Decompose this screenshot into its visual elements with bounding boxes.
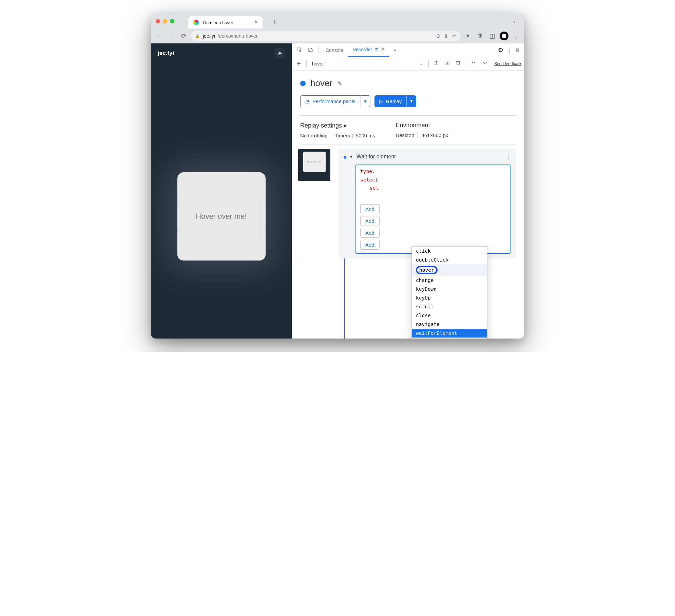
new-tab-button[interactable]: + — [270, 17, 279, 27]
dropdown-item-keyup[interactable]: keyUp — [412, 293, 487, 302]
device-toolbar-icon[interactable] — [305, 47, 316, 53]
dropdown-item-close[interactable]: close — [412, 311, 487, 320]
gauge-icon: ◔ — [305, 98, 310, 104]
dropdown-item-waitforelement[interactable]: waitForElement — [412, 329, 487, 338]
type-dropdown: click doubleClick hover change keyDown k… — [411, 246, 487, 339]
flask-icon: ⚗ — [374, 47, 379, 52]
replay-caret[interactable]: ▾ — [406, 95, 416, 107]
send-feedback-link[interactable]: Send feedback — [494, 61, 521, 66]
dropdown-item-hover[interactable]: hover — [412, 264, 487, 276]
profile-avatar[interactable] — [500, 32, 508, 40]
settings-strip: Replay settings ▸ No throttling Timeout:… — [300, 115, 516, 145]
replay-split: ▷ Replay ▾ — [374, 95, 417, 107]
recorder-body: hover ✎ ◔ Performance panel ▾ ▷ — [292, 71, 524, 339]
devtools-panel: Console Recorder ⚗ × » ⚙ ⋮ ✕ + hover ⌄ — [292, 43, 524, 339]
browser-toolbar: ← → ⟳ 🔒 jec.fyi/demo/menu-hover ⊖ ⇧ ☆ ✦ … — [151, 28, 524, 43]
tab-title: On menu hover — [203, 20, 233, 25]
dropdown-item-change[interactable]: change — [412, 276, 487, 285]
devtools-tabbar: Console Recorder ⚗ × » ⚙ ⋮ ✕ — [292, 43, 524, 57]
chevron-right-icon: ▸ — [344, 122, 347, 129]
browser-menu-button[interactable]: ⋮ — [511, 31, 521, 41]
dropdown-item-navigate[interactable]: navigate — [412, 320, 487, 329]
add-button-3[interactable]: Add — [360, 228, 380, 238]
url-path: /demo/menu-hover — [218, 33, 258, 39]
labs-icon[interactable]: ⚗ — [475, 31, 485, 41]
separator — [306, 60, 307, 68]
close-window-button[interactable] — [156, 19, 160, 23]
dropdown-item-keydown[interactable]: keyDown — [412, 285, 487, 293]
export-icon[interactable] — [432, 60, 441, 68]
settings-gear-icon[interactable]: ⚙ — [498, 46, 503, 54]
add-button-1[interactable]: Add — [360, 204, 380, 214]
close-devtools-button[interactable]: ✕ — [515, 46, 520, 54]
back-button[interactable]: ← — [154, 31, 164, 41]
lock-icon: 🔒 — [195, 34, 200, 38]
side-panel-icon[interactable]: ◫ — [487, 31, 497, 41]
environment-heading: Environment — [396, 122, 448, 129]
minimize-window-button[interactable] — [163, 19, 167, 23]
url-domain: jec.fyi — [203, 33, 215, 39]
step-marker — [343, 155, 347, 160]
bookmark-icon[interactable]: ☆ — [452, 33, 456, 39]
dropdown-item-doubleclick[interactable]: doubleClick — [412, 255, 487, 264]
performance-panel-button[interactable]: ◔ Performance panel — [300, 95, 360, 107]
collapse-icon: ▼ — [349, 155, 353, 159]
extensions-button[interactable]: ✦ — [463, 31, 473, 41]
hover-card-text: Hover over me! — [196, 212, 247, 221]
recording-status-dot — [300, 81, 306, 86]
throttling-value: No throttling — [300, 133, 328, 138]
new-recording-button[interactable]: + — [295, 59, 303, 68]
step-header[interactable]: ▼ Wait for element — [349, 154, 516, 160]
replay-settings-heading[interactable]: Replay settings ▸ — [300, 122, 375, 129]
chevron-down-icon[interactable]: ⌄ — [420, 61, 423, 66]
import-icon[interactable] — [443, 60, 452, 68]
step-wait-for-element: ▼ Wait for element ⋮ type: select sel Ad… — [339, 149, 516, 258]
separator — [319, 46, 319, 54]
reload-button[interactable]: ⟳ — [179, 31, 188, 41]
svg-point-3 — [485, 63, 485, 63]
step-thumbnail: Hover over me! — [298, 149, 330, 181]
selectors-key: select — [360, 177, 378, 182]
page-header: jec.fyi ☀ — [151, 43, 292, 63]
close-tab-button[interactable]: × — [255, 19, 258, 25]
forward-button: → — [167, 31, 176, 41]
dropdown-item-click[interactable]: click — [412, 247, 487, 255]
step-title: Wait for element — [356, 154, 396, 160]
slow-replay-icon[interactable] — [481, 60, 489, 68]
recorder-toolbar: + hover ⌄ — [292, 57, 524, 71]
tab-recorder[interactable]: Recorder ⚗ × — [348, 43, 389, 57]
step-over-icon[interactable] — [470, 60, 479, 68]
device-value: Desktop — [396, 132, 414, 138]
step-menu-button[interactable]: ⋮ — [505, 154, 511, 161]
tabs-menu-button[interactable]: ⌄ — [513, 18, 517, 24]
dropdown-item-scroll[interactable]: scroll — [412, 302, 487, 311]
performance-panel-caret[interactable]: ▾ — [360, 95, 370, 107]
add-button-2[interactable]: Add — [360, 216, 380, 226]
play-icon: ▷ — [379, 98, 383, 104]
inspect-element-icon[interactable] — [293, 47, 305, 53]
theme-toggle-button[interactable]: ☀ — [275, 48, 285, 58]
type-key: type: — [360, 169, 376, 174]
separator — [428, 60, 429, 68]
address-bar[interactable]: 🔒 jec.fyi/demo/menu-hover ⊖ ⇧ ☆ — [191, 31, 460, 41]
content-area: jec.fyi ☀ Hover over me! Console Recorde… — [151, 43, 524, 339]
devtools-menu-button[interactable]: ⋮ — [506, 46, 512, 54]
share-icon[interactable]: ⇧ — [444, 33, 448, 39]
close-panel-button[interactable]: × — [381, 46, 384, 53]
maximize-window-button[interactable] — [170, 19, 174, 23]
thumbnail-text: Hover over me! — [303, 152, 326, 172]
edit-title-icon[interactable]: ✎ — [337, 80, 342, 87]
more-tabs-button[interactable]: » — [389, 47, 401, 53]
browser-tab[interactable]: On menu hover × — [188, 16, 263, 28]
svg-rect-2 — [311, 49, 313, 52]
replay-button[interactable]: ▷ Replay — [374, 95, 407, 107]
tab-console[interactable]: Console — [321, 43, 348, 57]
zoom-out-icon[interactable]: ⊖ — [436, 33, 441, 39]
step-editor[interactable]: type: select sel Add Add Add Add — [355, 165, 510, 254]
delete-icon[interactable] — [454, 60, 463, 68]
site-title: jec.fyi — [158, 50, 174, 57]
hover-card[interactable]: Hover over me! — [177, 172, 266, 261]
dropdown-item-waitforexpression[interactable]: waitForExpression — [412, 338, 487, 339]
add-button-4[interactable]: Add — [360, 240, 380, 250]
recording-select[interactable]: hover — [310, 61, 368, 66]
